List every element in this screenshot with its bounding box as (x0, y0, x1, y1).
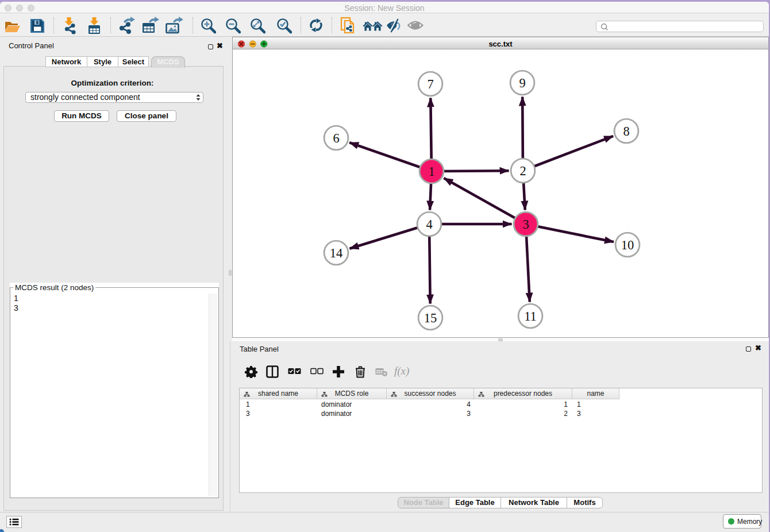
svg-text:15: 15 (424, 311, 437, 325)
svg-text:8: 8 (623, 124, 629, 138)
svg-text:11: 11 (524, 309, 537, 323)
svg-text:10: 10 (621, 238, 634, 252)
svg-text:2: 2 (519, 164, 526, 178)
svg-text:6: 6 (333, 131, 339, 145)
svg-text:4: 4 (426, 217, 432, 232)
svg-text:9: 9 (519, 76, 525, 90)
svg-text:f(x): f(x) (394, 365, 409, 377)
svg-text:7: 7 (427, 77, 433, 91)
svg-text:3: 3 (522, 217, 529, 232)
svg-text:14: 14 (330, 246, 343, 260)
svg-text:1: 1 (428, 164, 434, 179)
